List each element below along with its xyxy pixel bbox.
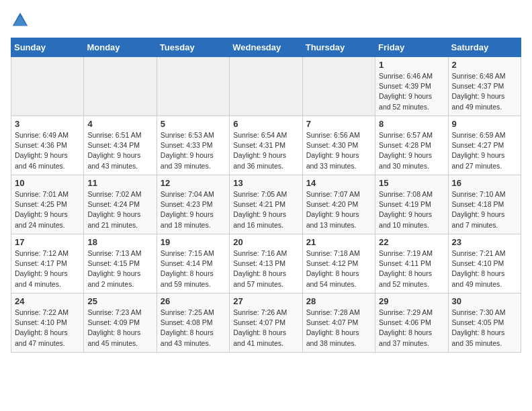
day-number: 16 <box>452 178 517 188</box>
day-number: 15 <box>379 178 444 188</box>
calendar-cell: 16Sunrise: 7:10 AM Sunset: 4:18 PM Dayli… <box>448 175 521 234</box>
day-info: Sunrise: 6:46 AM Sunset: 4:39 PM Dayligh… <box>379 71 444 112</box>
day-number: 3 <box>15 119 80 129</box>
calendar-cell: 9Sunrise: 6:59 AM Sunset: 4:27 PM Daylig… <box>448 116 521 175</box>
day-number: 17 <box>15 237 80 247</box>
day-number: 29 <box>379 296 444 306</box>
week-row-5: 24Sunrise: 7:22 AM Sunset: 4:10 PM Dayli… <box>11 293 521 353</box>
day-number: 1 <box>379 60 444 70</box>
day-info: Sunrise: 7:01 AM Sunset: 4:25 PM Dayligh… <box>15 189 80 230</box>
day-info: Sunrise: 7:29 AM Sunset: 4:06 PM Dayligh… <box>379 308 444 349</box>
calendar-cell: 1Sunrise: 6:46 AM Sunset: 4:39 PM Daylig… <box>375 57 448 116</box>
day-number: 27 <box>233 296 298 306</box>
day-info: Sunrise: 7:25 AM Sunset: 4:08 PM Dayligh… <box>161 308 226 349</box>
calendar-cell: 8Sunrise: 6:57 AM Sunset: 4:28 PM Daylig… <box>375 116 448 175</box>
day-number: 4 <box>87 119 152 129</box>
calendar-cell: 6Sunrise: 6:54 AM Sunset: 4:31 PM Daylig… <box>230 116 302 175</box>
day-number: 18 <box>87 237 152 247</box>
calendar-cell: 24Sunrise: 7:22 AM Sunset: 4:10 PM Dayli… <box>11 293 84 353</box>
day-number: 13 <box>233 178 298 188</box>
calendar-cell: 12Sunrise: 7:04 AM Sunset: 4:23 PM Dayli… <box>157 175 229 234</box>
day-info: Sunrise: 6:49 AM Sunset: 4:36 PM Dayligh… <box>15 130 80 171</box>
week-row-4: 17Sunrise: 7:12 AM Sunset: 4:17 PM Dayli… <box>11 234 521 293</box>
calendar-cell <box>302 57 375 116</box>
calendar-cell: 4Sunrise: 6:51 AM Sunset: 4:34 PM Daylig… <box>84 116 157 175</box>
day-info: Sunrise: 7:05 AM Sunset: 4:21 PM Dayligh… <box>233 189 298 230</box>
day-number: 19 <box>161 237 226 247</box>
calendar-cell <box>11 57 84 116</box>
day-info: Sunrise: 7:15 AM Sunset: 4:14 PM Dayligh… <box>161 248 226 289</box>
calendar-cell: 7Sunrise: 6:56 AM Sunset: 4:30 PM Daylig… <box>302 116 375 175</box>
weekday-header-thursday: Thursday <box>302 38 375 57</box>
calendar-cell: 15Sunrise: 7:08 AM Sunset: 4:19 PM Dayli… <box>375 175 448 234</box>
logo <box>11 11 32 30</box>
calendar-cell: 22Sunrise: 7:19 AM Sunset: 4:11 PM Dayli… <box>375 234 448 293</box>
calendar-cell: 2Sunrise: 6:48 AM Sunset: 4:37 PM Daylig… <box>448 57 521 116</box>
calendar-table: SundayMondayTuesdayWednesdayThursdayFrid… <box>11 38 521 353</box>
day-number: 26 <box>161 296 226 306</box>
day-number: 23 <box>452 237 517 247</box>
day-number: 20 <box>233 237 298 247</box>
day-info: Sunrise: 6:51 AM Sunset: 4:34 PM Dayligh… <box>87 130 152 171</box>
day-info: Sunrise: 7:08 AM Sunset: 4:19 PM Dayligh… <box>379 189 444 230</box>
day-info: Sunrise: 7:28 AM Sunset: 4:07 PM Dayligh… <box>306 308 371 349</box>
day-info: Sunrise: 7:04 AM Sunset: 4:23 PM Dayligh… <box>161 189 226 230</box>
day-info: Sunrise: 7:26 AM Sunset: 4:07 PM Dayligh… <box>233 308 298 349</box>
day-number: 2 <box>452 60 517 70</box>
weekday-header-row: SundayMondayTuesdayWednesdayThursdayFrid… <box>11 38 521 57</box>
day-info: Sunrise: 7:13 AM Sunset: 4:15 PM Dayligh… <box>87 248 152 289</box>
weekday-header-monday: Monday <box>84 38 157 57</box>
day-number: 9 <box>452 119 517 129</box>
calendar-cell <box>84 57 157 116</box>
day-number: 12 <box>161 178 226 188</box>
svg-marker-1 <box>13 15 27 26</box>
calendar-cell: 14Sunrise: 7:07 AM Sunset: 4:20 PM Dayli… <box>302 175 375 234</box>
day-number: 25 <box>87 296 152 306</box>
calendar-cell: 28Sunrise: 7:28 AM Sunset: 4:07 PM Dayli… <box>302 293 375 353</box>
week-row-1: 1Sunrise: 6:46 AM Sunset: 4:39 PM Daylig… <box>11 57 521 116</box>
week-row-2: 3Sunrise: 6:49 AM Sunset: 4:36 PM Daylig… <box>11 116 521 175</box>
day-number: 5 <box>161 119 226 129</box>
calendar-cell: 3Sunrise: 6:49 AM Sunset: 4:36 PM Daylig… <box>11 116 84 175</box>
day-number: 28 <box>306 296 371 306</box>
calendar-cell: 29Sunrise: 7:29 AM Sunset: 4:06 PM Dayli… <box>375 293 448 353</box>
day-info: Sunrise: 6:59 AM Sunset: 4:27 PM Dayligh… <box>452 130 517 171</box>
day-info: Sunrise: 7:12 AM Sunset: 4:17 PM Dayligh… <box>15 248 80 289</box>
calendar-cell: 25Sunrise: 7:23 AM Sunset: 4:09 PM Dayli… <box>84 293 157 353</box>
day-number: 30 <box>452 296 517 306</box>
day-info: Sunrise: 7:30 AM Sunset: 4:05 PM Dayligh… <box>452 308 517 349</box>
calendar-cell: 5Sunrise: 6:53 AM Sunset: 4:33 PM Daylig… <box>157 116 229 175</box>
day-info: Sunrise: 7:23 AM Sunset: 4:09 PM Dayligh… <box>87 308 152 349</box>
day-info: Sunrise: 7:02 AM Sunset: 4:24 PM Dayligh… <box>87 189 152 230</box>
day-info: Sunrise: 7:07 AM Sunset: 4:20 PM Dayligh… <box>306 189 371 230</box>
logo-icon <box>11 11 30 30</box>
day-info: Sunrise: 6:56 AM Sunset: 4:30 PM Dayligh… <box>306 130 371 171</box>
day-info: Sunrise: 6:54 AM Sunset: 4:31 PM Dayligh… <box>233 130 298 171</box>
day-number: 14 <box>306 178 371 188</box>
day-info: Sunrise: 7:22 AM Sunset: 4:10 PM Dayligh… <box>15 308 80 349</box>
calendar-cell <box>157 57 229 116</box>
day-info: Sunrise: 6:53 AM Sunset: 4:33 PM Dayligh… <box>161 130 226 171</box>
calendar-cell: 13Sunrise: 7:05 AM Sunset: 4:21 PM Dayli… <box>230 175 302 234</box>
day-info: Sunrise: 7:10 AM Sunset: 4:18 PM Dayligh… <box>452 189 517 230</box>
calendar-cell: 18Sunrise: 7:13 AM Sunset: 4:15 PM Dayli… <box>84 234 157 293</box>
day-info: Sunrise: 6:48 AM Sunset: 4:37 PM Dayligh… <box>452 71 517 112</box>
day-info: Sunrise: 7:21 AM Sunset: 4:10 PM Dayligh… <box>452 248 517 289</box>
day-number: 24 <box>15 296 80 306</box>
calendar-cell <box>230 57 302 116</box>
day-number: 10 <box>15 178 80 188</box>
calendar-cell: 30Sunrise: 7:30 AM Sunset: 4:05 PM Dayli… <box>448 293 521 353</box>
day-number: 8 <box>379 119 444 129</box>
calendar-cell: 21Sunrise: 7:18 AM Sunset: 4:12 PM Dayli… <box>302 234 375 293</box>
calendar-cell: 20Sunrise: 7:16 AM Sunset: 4:13 PM Dayli… <box>230 234 302 293</box>
day-number: 21 <box>306 237 371 247</box>
calendar-cell: 10Sunrise: 7:01 AM Sunset: 4:25 PM Dayli… <box>11 175 84 234</box>
weekday-header-saturday: Saturday <box>448 38 521 57</box>
calendar-cell: 19Sunrise: 7:15 AM Sunset: 4:14 PM Dayli… <box>157 234 229 293</box>
calendar-cell: 27Sunrise: 7:26 AM Sunset: 4:07 PM Dayli… <box>230 293 302 353</box>
calendar-cell: 11Sunrise: 7:02 AM Sunset: 4:24 PM Dayli… <box>84 175 157 234</box>
calendar-cell: 23Sunrise: 7:21 AM Sunset: 4:10 PM Dayli… <box>448 234 521 293</box>
calendar-cell: 17Sunrise: 7:12 AM Sunset: 4:17 PM Dayli… <box>11 234 84 293</box>
day-number: 11 <box>87 178 152 188</box>
weekday-header-tuesday: Tuesday <box>157 38 229 57</box>
